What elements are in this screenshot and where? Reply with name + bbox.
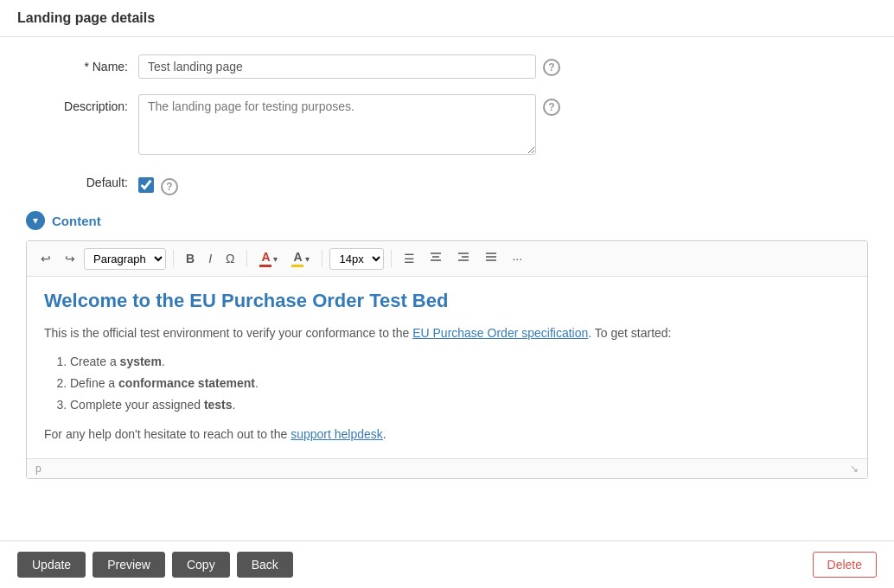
- list-item-2: Define a conformance statement.: [70, 373, 850, 394]
- description-textarea[interactable]: [138, 94, 536, 155]
- content-section-title: Content: [52, 214, 101, 228]
- default-checkbox-wrapper: ?: [138, 170, 178, 195]
- toolbar-divider-4: [391, 250, 392, 267]
- font-size-select[interactable]: 14px 12px 16px 18px 24px: [329, 248, 384, 270]
- editor-heading: Welcome to the EU Purchase Order Test Be…: [44, 290, 850, 312]
- align-right-icon: [457, 252, 470, 266]
- paragraph2-before: For any help don't hesitate to reach out…: [44, 427, 291, 441]
- back-button[interactable]: Back: [237, 552, 293, 578]
- undo-icon: ↩: [41, 252, 51, 265]
- paragraph2-after: .: [383, 427, 386, 441]
- paragraph1-after: . To get started:: [588, 326, 671, 340]
- page-footer: Update Preview Copy Back Delete: [0, 540, 894, 588]
- highlight-button[interactable]: A ▾: [286, 246, 315, 271]
- redo-button[interactable]: ↪: [60, 248, 80, 269]
- description-control-wrapper: ?: [138, 94, 560, 155]
- name-control-wrapper: ?: [138, 54, 560, 79]
- align-justify-button[interactable]: [479, 248, 503, 270]
- footer-right: Delete: [813, 552, 877, 578]
- editor-footer: p ↘: [27, 458, 867, 478]
- preview-button[interactable]: Preview: [93, 552, 165, 578]
- highlight-icon: A: [291, 250, 303, 267]
- list-item-1: Create a system.: [70, 351, 850, 373]
- copy-button[interactable]: Copy: [172, 552, 230, 578]
- editor-container: ↩ ↪ Paragraph Heading 1 Heading 2 B I: [26, 240, 868, 479]
- name-help-icon[interactable]: ?: [543, 59, 560, 76]
- name-form-row: * Name: ?: [26, 54, 868, 79]
- paragraph1-link[interactable]: EU Purchase Order specification: [412, 326, 588, 340]
- highlight-arrow: ▾: [305, 254, 310, 264]
- more-options-button[interactable]: ···: [507, 248, 527, 269]
- italic-button[interactable]: I: [203, 248, 217, 269]
- editor-list: Create a system. Define a conformance st…: [44, 351, 850, 417]
- content-section-toggle[interactable]: ▾: [26, 211, 45, 230]
- align-left-icon: ☰: [404, 252, 415, 265]
- resize-handle[interactable]: ↘: [850, 463, 859, 475]
- editor-tag: p: [35, 463, 42, 475]
- paragraph1-before: This is the official test environment to…: [44, 326, 412, 340]
- footer-left: Update Preview Copy Back: [17, 552, 293, 578]
- paragraph-select[interactable]: Paragraph Heading 1 Heading 2: [84, 248, 166, 270]
- default-checkbox[interactable]: [138, 177, 154, 193]
- align-center-icon: [429, 252, 443, 266]
- editor-paragraph-1: This is the official test environment to…: [44, 324, 850, 342]
- content-section-header: ▾ Content: [26, 211, 868, 230]
- main-content: * Name: ? Description: ? Default: ?: [0, 37, 894, 540]
- list-item-3: Complete your assigned tests.: [70, 394, 850, 416]
- default-control-wrapper: ?: [138, 170, 178, 195]
- toolbar-divider-3: [322, 250, 322, 267]
- paragraph2-link[interactable]: support helpdesk: [291, 427, 383, 441]
- editor-paragraph-2: For any help don't hesitate to reach out…: [44, 425, 850, 444]
- toolbar-divider-2: [246, 250, 247, 267]
- align-right-button[interactable]: [451, 248, 476, 270]
- align-left-button[interactable]: ☰: [399, 248, 420, 269]
- default-label: Default:: [26, 170, 138, 189]
- bold-icon: B: [186, 252, 195, 265]
- omega-icon: Ω: [226, 252, 234, 265]
- description-help-icon[interactable]: ?: [543, 99, 560, 116]
- bold-button[interactable]: B: [181, 248, 200, 269]
- page-title: Landing page details: [17, 10, 877, 26]
- redo-icon: ↪: [65, 252, 75, 265]
- editor-body[interactable]: Welcome to the EU Purchase Order Test Be…: [27, 277, 867, 458]
- toolbar-divider-1: [173, 250, 174, 267]
- more-icon: ···: [512, 252, 522, 265]
- italic-icon: I: [208, 252, 212, 265]
- undo-button[interactable]: ↩: [35, 248, 56, 269]
- description-form-row: Description: ?: [26, 94, 868, 155]
- section-toggle-icon: ▾: [33, 214, 38, 227]
- update-button[interactable]: Update: [17, 552, 86, 578]
- font-color-button[interactable]: A ▾: [254, 246, 283, 271]
- align-center-button[interactable]: [424, 248, 448, 270]
- default-form-row: Default: ?: [26, 170, 868, 195]
- description-label: Description:: [26, 94, 138, 113]
- align-justify-icon: [484, 252, 498, 266]
- default-help-icon[interactable]: ?: [161, 178, 178, 195]
- name-input[interactable]: [138, 54, 536, 79]
- page-header: Landing page details: [0, 0, 894, 37]
- special-char-button[interactable]: Ω: [220, 248, 239, 269]
- editor-toolbar: ↩ ↪ Paragraph Heading 1 Heading 2 B I: [27, 241, 867, 277]
- delete-button[interactable]: Delete: [813, 552, 877, 578]
- font-color-icon: A: [259, 250, 271, 267]
- font-color-arrow: ▾: [273, 254, 278, 264]
- name-label: * Name:: [26, 54, 138, 74]
